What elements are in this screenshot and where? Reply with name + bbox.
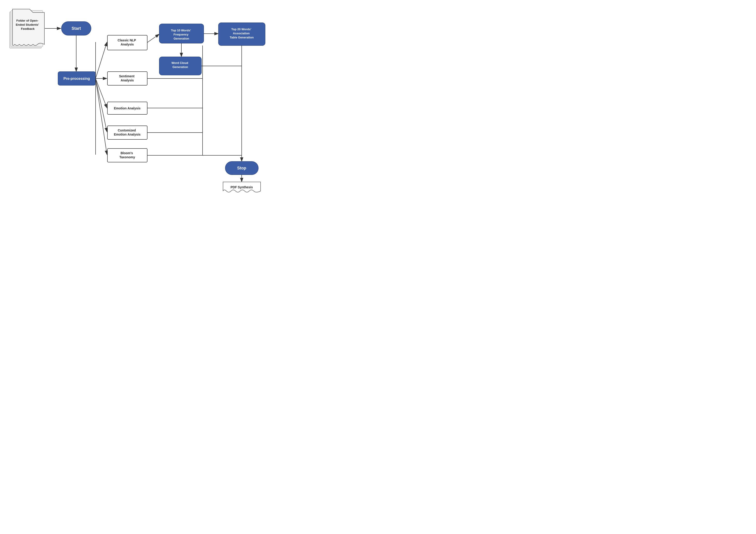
top10words-label: Top 10 Words' Frequency Generation: [171, 29, 192, 40]
arrow-preproc-classicnlp: [95, 42, 107, 78]
customized-emotion-node: Customized Emotion Analysis: [107, 126, 147, 140]
sentiment-node: Sentiment Analysis: [107, 72, 147, 85]
top20words-node: Top 20 Words' Association Table Generati…: [219, 23, 265, 45]
stop-node: Stop: [225, 162, 258, 175]
pdf-label: PDF Synthesis: [230, 185, 253, 189]
emotion-node: Emotion Analysis: [107, 102, 147, 114]
classicnlp-node: Classic NLP Analysis: [107, 35, 147, 50]
stop-label: Stop: [237, 166, 246, 170]
arrow-preproc-customized: [95, 78, 107, 132]
arrow-classicnlp-top10: [147, 34, 159, 42]
preprocessing-node: Pre-processing: [58, 72, 95, 85]
top10words-node: Top 10 Words' Frequency Generation: [159, 24, 204, 43]
preprocessing-label: Pre-processing: [64, 77, 90, 81]
pdf-synthesis-node: PDF Synthesis: [223, 182, 260, 192]
start-label: Start: [71, 26, 81, 31]
arrow-preproc-blooms: [95, 78, 107, 155]
blooms-taxonomy-node: Bloom's Taxonomy: [107, 148, 147, 162]
folder-node: Folder of Open- Ended Students' Feedback: [10, 9, 44, 48]
top20words-label: Top 20 Words' Association Table Generati…: [230, 28, 254, 39]
start-node: Start: [62, 22, 91, 35]
wordcloud-node: Word Cloud Generation: [159, 57, 202, 75]
arrow-preproc-emotion: [95, 78, 107, 108]
emotion-label: Emotion Analysis: [114, 106, 141, 110]
